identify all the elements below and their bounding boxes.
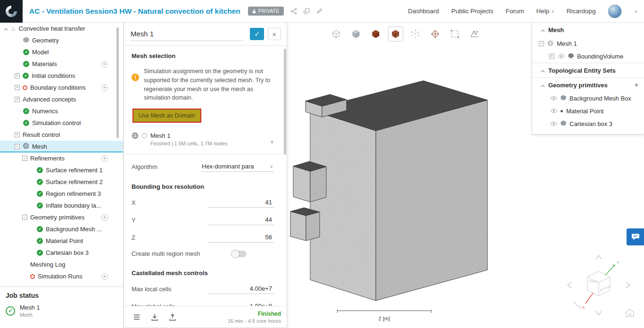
add-icon[interactable]: + [101,61,108,67]
scene-item-background-mesh-box[interactable]: Background Mesh Box [532,92,644,105]
max-local-input[interactable]: 4.00e+7 [208,284,274,294]
bbox-z-input[interactable]: 56 [208,233,274,243]
tree-item-mesh[interactable]: − Mesh [0,141,123,152]
nav-help[interactable]: Help∨ [537,8,554,15]
nav-dashboard[interactable]: Dashboard [408,8,439,15]
add-icon[interactable]: + [101,273,108,280]
add-icon[interactable]: + [101,155,108,162]
view-mesh-edges-icon[interactable] [388,26,403,42]
event-log-button[interactable] [130,311,144,324]
tree-item-surface-refinement-1[interactable]: Surface refinement 1 [0,164,123,176]
expand-icon[interactable]: + [15,85,20,90]
chevron-down-icon[interactable]: ∨ [634,9,637,14]
edit-icon[interactable] [316,8,322,14]
tree-item-surface-refinement-2[interactable]: Surface refinement 2 [0,176,123,188]
view-geometry-outline-icon[interactable] [329,26,344,42]
scene-geometry-primitives-header[interactable]: Geometry primitives + [532,77,644,92]
upload-button[interactable] [165,311,180,324]
tree-item-meshing-log[interactable]: Meshing Log [0,259,123,270]
scene-item-bounding-volume[interactable]: + BoundingVolume [532,50,644,63]
expand-icon[interactable]: + [15,132,20,137]
view-geometry-solid-icon[interactable] [348,26,363,42]
tree-item-advanced-concepts[interactable]: + Advanced concepts [0,93,123,105]
expand-icon[interactable]: + [549,54,554,59]
tree-item-cartesian-box-3[interactable]: Cartesian box 3 [0,247,123,259]
nav-username[interactable]: Ricardopg [567,8,596,15]
tree-item-inflate-boundary-layer[interactable]: Inflate boundary la... [0,200,123,211]
use-mesh-as-domain-button[interactable]: Use Mesh as Domain [132,109,201,123]
collapse-icon[interactable] [541,82,545,89]
tree-item-region-refinement-3[interactable]: Region refinement 3 [0,188,123,200]
mesh-select-row[interactable]: Mesh 1 Finished | 1.5M cells, 1.7M nodes… [132,132,274,146]
home-view-icon[interactable] [626,309,634,317]
collapse-icon[interactable] [541,67,545,74]
collapse-icon[interactable]: − [22,215,27,220]
close-button[interactable]: × [268,28,281,40]
collapse-icon[interactable]: − [539,41,544,46]
tree-item-material-point[interactable]: Material Point [0,235,123,247]
tree-item-model[interactable]: Model [0,46,123,58]
nav-forum[interactable]: Forum [505,8,524,15]
bbox-x-input[interactable]: 41 [208,198,274,208]
multi-region-row: Create multi region mesh [132,250,274,257]
mesh-name-input[interactable]: Mesh 1 [130,27,243,41]
visibility-eye-icon[interactable] [550,120,557,127]
view-mesh-solid-icon[interactable] [368,26,383,42]
multi-region-toggle[interactable] [232,251,247,257]
apply-button[interactable]: ✓ [250,28,264,40]
visibility-eye-icon[interactable] [550,108,557,115]
collapse-icon[interactable] [541,26,545,34]
mesh-clip-icon[interactable] [467,26,482,42]
share-icon[interactable] [290,8,297,15]
scene-topological-header[interactable]: Topological Entity Sets [532,63,644,77]
collapse-icon[interactable]: − [22,156,27,161]
scene-item-cartesian-box-3[interactable]: Cartesian box 3 [532,118,644,130]
collapse-icon[interactable] [4,25,8,32]
tree-item-numerics[interactable]: Numerics [0,105,123,117]
run-status: Finished 16 min - 4.5 core hours [228,311,281,324]
algorithm-select[interactable]: Hex-dominant para ∨ [201,162,274,172]
tree-item-convective-heat-transfer[interactable]: ♨ Convective heat transfer [0,23,123,34]
radio-icon[interactable] [142,133,147,138]
nav-public-projects[interactable]: Public Projects [451,8,493,15]
download-button[interactable] [148,311,162,324]
support-chat-button[interactable] [627,228,644,245]
expand-icon[interactable]: + [15,97,20,102]
job-status-item[interactable]: Mesh 1 Mesh [0,303,123,319]
duplicate-icon[interactable] [304,8,310,14]
tree-item-refinements[interactable]: − Refinements + [0,152,123,164]
tree-item-result-control[interactable]: + Result control [0,129,123,141]
scene-mesh-header[interactable]: Mesh [532,23,644,37]
app-logo-icon[interactable] [0,0,23,23]
view-wireframe-icon[interactable] [428,26,443,42]
box-select-icon[interactable] [447,26,462,42]
settings-scrollbar[interactable] [284,49,286,155]
add-icon[interactable]: + [635,81,638,89]
topbar: AC - Ventilation Session3 HW - Natural c… [0,0,644,23]
tree-item-background-mesh-box[interactable]: Background Mesh ... [0,223,123,235]
chevron-down-icon[interactable]: ∨ [270,139,274,145]
mesh-model[interactable] [289,70,496,315]
avatar[interactable] [608,4,622,18]
view-points-icon[interactable] [408,26,423,42]
add-icon[interactable]: + [101,84,108,91]
tree-item-boundary-conditions[interactable]: + Boundary conditions + [0,82,123,93]
tree-item-geometry[interactable]: Geometry [0,34,123,46]
add-icon[interactable]: + [101,214,108,221]
scene-item-material-point[interactable]: Material Point [532,105,644,118]
tree-item-simulation-control[interactable]: Simulation control [0,117,123,129]
navigation-cube[interactable]: BACK BOTTOM Y X [556,246,641,326]
tree-item-initial-conditions[interactable]: + Initial conditions [0,70,123,82]
tree-item-materials[interactable]: Materials + [0,58,123,70]
tree-scrollbar[interactable] [116,27,119,138]
visibility-eye-icon[interactable] [550,95,557,102]
max-global-input[interactable]: 1.00e+8 [208,302,274,306]
tree-item-simulation-runs[interactable]: Simulation Runs + [0,270,123,282]
collapse-icon[interactable]: − [15,144,20,149]
bbox-y-input[interactable]: 44 [208,215,274,225]
mesh-selection-heading: Mesh selection [132,52,274,59]
scene-item-mesh-1[interactable]: − Mesh 1 [532,37,644,50]
expand-icon[interactable]: + [15,73,20,78]
visibility-eye-icon[interactable] [558,53,565,60]
tree-item-geometry-primitives[interactable]: − Geometry primitives + [0,211,123,223]
